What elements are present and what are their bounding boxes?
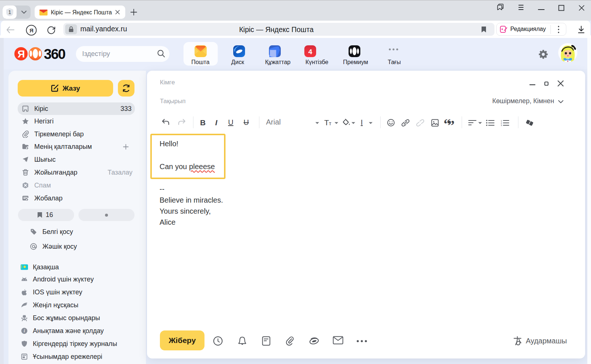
- svg-text:1: 1: [8, 9, 11, 15]
- svg-text:Я: Я: [29, 27, 34, 34]
- svg-text:4: 4: [308, 48, 312, 56]
- svg-text:Я: Я: [17, 48, 25, 60]
- svg-text:3: 3: [501, 124, 502, 126]
